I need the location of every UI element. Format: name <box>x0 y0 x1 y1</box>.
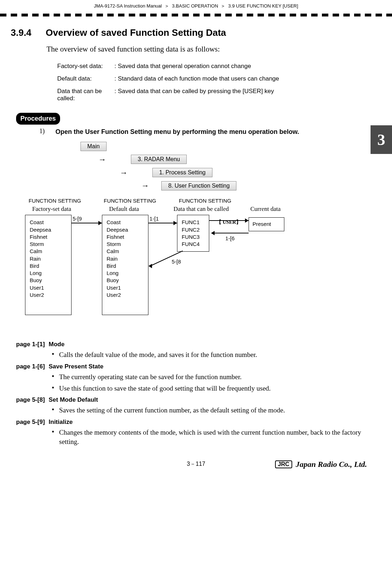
bullet-text: Use this function to save the state of g… <box>59 384 371 393</box>
page-item-name: Initialize <box>47 419 73 425</box>
bullet-item: •Use this function to save the state of … <box>52 384 371 393</box>
arrow-head-icon <box>245 218 249 223</box>
arrow-line <box>148 223 177 223</box>
bullet-icon: • <box>52 350 54 359</box>
diagram-header: FUNCTION SETTING <box>179 198 231 204</box>
jrc-script-logo: Japan Radio Co., Ltd. <box>296 460 367 469</box>
jrc-box-icon: JRC <box>275 460 292 468</box>
step-text: Open the User Function Setting menu by p… <box>55 127 371 136</box>
factory-data-box: CoastDeepseaFishnetStormCalmRainBirdLong… <box>25 215 72 315</box>
page-item: page 1-[1] Mode•Calls the default value … <box>16 341 371 359</box>
def-desc: : Saved data that general operation cann… <box>114 63 371 70</box>
bullet-list: •Changes the memory contents of the mode… <box>52 428 371 446</box>
default-data-box: CoastDeepseaFishnetStormCalmRainBirdLong… <box>102 215 148 315</box>
bullet-list: •Saves the setting of the current functi… <box>52 406 371 415</box>
arrow-line <box>215 233 249 233</box>
mode-item: Fishnet <box>107 233 144 241</box>
bullet-text: Changes the memory contents of the mode,… <box>59 428 371 446</box>
mode-item: Buoy <box>107 277 144 284</box>
mode-item: Deepsea <box>30 226 67 233</box>
breadcrumb-chapter: 3.BASIC OPERATION <box>172 3 218 9</box>
arrow-right-icon: → <box>141 181 149 190</box>
mode-item: Calm <box>107 248 144 255</box>
callable-data-box: FUNC1FUNC2FUNC3FUNC4 <box>177 215 209 252</box>
breadcrumb-manual: JMA-9172-SA Instruction Manual <box>94 3 162 9</box>
bullet-item: •Saves the setting of the current functi… <box>52 406 371 415</box>
mode-item: User2 <box>30 291 67 299</box>
mode-item: Long <box>30 270 67 277</box>
mode-item: User2 <box>107 291 144 299</box>
mode-item: Fishnet <box>30 233 67 241</box>
def-desc: : Saved data that can be called by press… <box>114 88 371 102</box>
bullet-text: Saves the setting of the current functio… <box>59 406 371 415</box>
func-item: FUNC4 <box>182 241 205 248</box>
def-desc: : Standard data of each function mode th… <box>114 75 371 82</box>
mode-item: Coast <box>107 219 144 226</box>
bullet-text: The currently operating state can be sav… <box>59 372 371 382</box>
arrow-right-icon: → <box>120 168 128 178</box>
breadcrumb-section: 3.9 USE FUNCTION KEY [USER] <box>228 3 298 9</box>
chapter-tab: 3 <box>371 125 392 154</box>
bullet-icon: • <box>52 372 54 382</box>
page-item-heading: page 1-[6] Save Present State <box>16 363 371 370</box>
data-flow-diagram: FUNCTION SETTING FUNCTION SETTING FUNCTI… <box>21 198 363 334</box>
page-ref: page 1-[6] <box>16 363 45 370</box>
current-data-box: Present <box>249 217 284 231</box>
mode-item: Calm <box>30 248 67 255</box>
present-label: Present <box>253 221 271 227</box>
mode-item: User1 <box>30 284 67 291</box>
page-item-heading: page 5-[9] Initialize <box>16 419 371 426</box>
chevron-right-icon: ＞ <box>221 3 225 9</box>
mode-item: Storm <box>107 241 144 248</box>
arrow-head-icon <box>211 231 215 235</box>
chevron-right-icon: ＞ <box>165 3 169 9</box>
mode-item: Long <box>107 270 144 277</box>
mode-item: Buoy <box>30 277 67 284</box>
intro-text: The overview of saved function setting d… <box>46 45 371 54</box>
bullet-item: •The currently operating state can be sa… <box>52 372 371 382</box>
page-ref: page 1-[1] <box>16 341 45 348</box>
mode-item: Rain <box>107 255 144 262</box>
arrow-line <box>72 223 102 223</box>
bullet-icon: • <box>52 406 54 415</box>
menu-radar-button[interactable]: 3. RADAR Menu <box>131 155 187 164</box>
bullet-icon: • <box>52 384 54 393</box>
ref-5-9: 5-[9 <box>73 216 82 222</box>
mode-item: Rain <box>30 255 67 262</box>
step-number: 1) <box>39 127 45 136</box>
arrow-head-icon <box>173 221 177 225</box>
mode-item: Bird <box>107 262 144 270</box>
mode-item: Deepsea <box>107 226 144 233</box>
arrow-head-icon <box>98 221 102 225</box>
mode-item: Storm <box>30 241 67 248</box>
ref-5-8: 5-[8 <box>172 258 181 265</box>
diagram-col-label: Factory-set data <box>32 206 71 213</box>
arrow-line <box>209 220 249 221</box>
ref-1-6: 1-[6 <box>225 235 235 241</box>
page-footer: 3－117 JRC Japan Radio Co., Ltd. <box>0 460 392 479</box>
mode-item: Bird <box>30 262 67 270</box>
page-item-name: Set Mode Default <box>47 396 98 403</box>
page-item: page 5-[9] Initialize•Changes the memory… <box>16 419 371 446</box>
definition-table: Factory-set data: : Saved data that gene… <box>57 63 371 102</box>
page-item-heading: page 5-[8] Set Mode Default <box>16 396 371 403</box>
page-ref: page 5-[9] <box>16 419 45 425</box>
bullet-icon: • <box>52 428 54 446</box>
diagram-col-label: Current data <box>250 206 281 213</box>
page-item-heading: page 1-[1] Mode <box>16 341 371 348</box>
menu-main-button[interactable]: Main <box>80 142 107 151</box>
def-label: Factory-set data: <box>57 63 114 70</box>
bullet-item: •Changes the memory contents of the mode… <box>52 428 371 446</box>
diagram-header: FUNCTION SETTING <box>104 198 156 204</box>
page-ref: page 5-[8] <box>16 396 45 403</box>
func-item: FUNC3 <box>182 233 205 241</box>
section-title: Overview of saved Function Setting Data <box>46 27 226 38</box>
mode-item: User1 <box>107 284 144 291</box>
bullet-list: •Calls the default value of the mode, an… <box>52 350 371 359</box>
menu-userfunc-button[interactable]: 8. User Function Setting <box>161 181 236 190</box>
breadcrumb: JMA-9172-SA Instruction Manual ＞ 3.BASIC… <box>0 0 392 11</box>
page-item-name: Save Present State <box>47 363 103 370</box>
menu-path: Main → 3. RADAR Menu → 1. Process Settin… <box>80 142 371 190</box>
menu-process-button[interactable]: 1. Process Setting <box>152 168 212 177</box>
ref-1-1: 1-[1 <box>150 216 159 222</box>
